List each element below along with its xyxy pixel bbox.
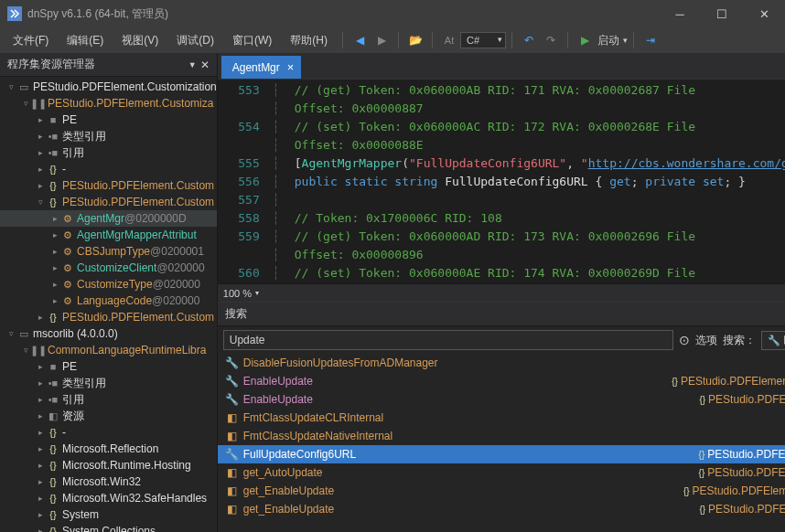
panel-dropdown-icon[interactable]: ▼ [188,60,197,69]
tree-row[interactable]: ▸{}- [0,424,217,441]
menu-item[interactable]: 文件(F) [4,29,58,52]
tree-row[interactable]: ▸•■类型引用 [0,375,217,391]
menu-item[interactable]: 视图(V) [113,29,167,52]
maximize-button[interactable]: ☐ [701,0,743,27]
tree-row[interactable]: ▸⚙AgentMgrMapperAttribut [0,227,217,243]
tree-row[interactable]: ▸•■引用 [0,391,217,408]
code-line[interactable]: [AgentMgrMapper("FullUpdateConfig6URL", … [295,154,785,173]
redo-button[interactable]: ↷ [540,29,562,51]
code-line[interactable] [295,191,785,209]
tree-row[interactable]: ▸•■引用 [0,144,217,161]
code-editor[interactable]: 553554555556557558559560 ┆┆┆┆┆┆┆┆┆┆┆ // … [218,79,785,302]
expander-icon[interactable]: ▿ [5,329,16,338]
forward-button[interactable]: ▶ [371,29,392,51]
code-line[interactable]: // (get) Token: 0x060000AB RID: 171 RVA:… [295,81,785,100]
tree-row[interactable]: ▸⚙AgentMgr @0200000D [0,210,217,227]
assembly-tree[interactable]: ▿▭PEStudio.PDFElement.Customization▿❚❚PE… [0,77,217,532]
tree-row[interactable]: ▿▭PEStudio.PDFElement.Customization [0,79,217,95]
tree-row[interactable]: ▸⚙CBSJumpType @0200001 [0,243,217,260]
tree-row[interactable]: ▸■PE [0,112,217,128]
expander-icon[interactable]: ▸ [35,461,46,470]
tree-row[interactable]: ▸{}System.Collections [0,523,217,532]
tree-row[interactable]: ▿❚❚CommonLanguageRuntimeLibra [0,342,217,358]
expander-icon[interactable]: ▸ [35,444,46,453]
expander-icon[interactable]: ▸ [49,280,60,289]
search-result-row[interactable]: 🔧DisableFusionUpdatesFromADManager{}Syst… [218,354,785,372]
menu-item[interactable]: 编辑(E) [58,29,113,52]
expander-icon[interactable]: ▸ [35,510,46,519]
expander-icon[interactable]: ▿ [5,82,16,91]
expander-icon[interactable]: ▸ [35,428,46,437]
expander-icon[interactable]: ▸ [35,362,46,371]
expander-icon[interactable]: ▸ [35,494,46,503]
tree-row[interactable]: ▿❚❚PEStudio.PDFElement.Customiza [0,95,217,112]
search-results[interactable]: 🔧DisableFusionUpdatesFromADManager{}Syst… [218,354,785,532]
search-result-row[interactable]: ◧get_AutoUpdate{}PEStudio.PDFElement.Cus… [218,463,785,482]
expander-icon[interactable]: ▸ [35,395,46,404]
menu-item[interactable]: 调试(D) [167,29,223,52]
search-result-row[interactable]: ◧FmtClassUpdateCLRInternal{}System.StubH… [218,409,785,427]
tree-row[interactable]: ▸{}Microsoft.Win32.SafeHandles [0,490,217,506]
start-button[interactable]: ▶ [574,29,596,51]
expander-icon[interactable]: ▸ [49,214,60,223]
code-line[interactable]: // (set) Token: 0x060000AE RID: 174 RVA:… [295,264,785,282]
panel-close-icon[interactable]: ✕ [200,59,210,71]
zoom-level[interactable]: 100 % [223,288,252,299]
back-button[interactable]: ◀ [349,29,371,51]
expander-icon[interactable]: ▸ [35,477,46,486]
tree-row[interactable]: ▸{}PEStudio.PDFElement.Custom [0,177,217,194]
tree-row[interactable]: ▿▭mscorlib (4.0.0.0) [0,325,217,342]
code-line[interactable]: public static string FullUpdateConfig6UR… [295,173,785,191]
expander-icon[interactable]: ▸ [35,527,46,532]
options-label[interactable]: 选项 [695,333,717,348]
tree-row[interactable]: ▸⚙CustomizeClient @020000 [0,260,217,276]
menu-item[interactable]: 帮助(H) [281,29,337,52]
tree-row[interactable]: ▸{}- [0,161,217,177]
search-result-row[interactable]: ◧get_EnableUpdate{}PEStudio.PDFElement.C… [218,482,785,500]
search-result-row[interactable]: ◧FmtClassUpdateNativeInternal{}System.St… [218,427,785,445]
minimize-button[interactable]: ─ [659,0,701,27]
tree-row[interactable]: ▸{}Microsoft.Reflection [0,441,217,457]
code-line[interactable]: // (get) Token: 0x060000AD RID: 173 RVA:… [295,228,785,246]
expander-icon[interactable]: ▸ [35,378,46,388]
tree-row[interactable]: ▸{}System [0,506,217,523]
expander-icon[interactable]: ▸ [49,296,60,305]
tree-row[interactable]: ▸•■类型引用 [0,128,217,144]
search-result-row[interactable]: 🔧FullUpdateConfig6URL{}PEStudio.PDFEleme… [218,445,785,463]
tab-agentmgr[interactable]: AgentMgr × [221,56,302,79]
tree-row[interactable]: ▸■PE [0,358,217,375]
expander-icon[interactable]: ▸ [35,132,46,141]
step-button[interactable]: ⇥ [640,29,661,51]
undo-button[interactable]: ↶ [518,29,540,51]
options-icon[interactable]: ⊙ [679,333,690,347]
tree-row[interactable]: ▸◧资源 [0,408,217,424]
expander-icon[interactable]: ▸ [35,165,46,174]
expander-icon[interactable]: ▸ [35,115,46,124]
code-line[interactable]: // Token: 0x1700006C RID: 108 [295,209,785,228]
attribute-icon[interactable]: At [438,29,460,51]
tree-row[interactable]: ▸⚙LanguageCode @020000 [0,293,217,309]
expander-icon[interactable]: ▸ [49,247,60,256]
code-line[interactable]: // (set) Token: 0x060000AC RID: 172 RVA:… [295,118,785,136]
menu-item[interactable]: 窗口(W) [223,29,281,52]
close-button[interactable]: ✕ [743,0,785,27]
search-input[interactable] [223,330,673,350]
tab-close-icon[interactable]: × [287,60,295,74]
expander-icon[interactable]: ▸ [35,181,46,190]
search-result-row[interactable]: 🔧EnableUpdate{}PEStudio.PDFElement.Custo… [218,372,785,390]
expander-icon[interactable]: ▿ [35,197,46,207]
expander-icon[interactable]: ▸ [49,230,60,239]
expander-icon[interactable]: ▸ [49,263,60,272]
search-result-row[interactable]: 🔧EnableUpdate{}PEStudio.PDFElement.Custo… [218,390,785,409]
language-combo[interactable]: C# [460,32,506,48]
expander-icon[interactable]: ▸ [35,313,46,322]
tree-row[interactable]: ▿{}PEStudio.PDFElement.Custom [0,194,217,210]
code-line[interactable]: Offset: 0x00000887 [295,100,785,118]
tree-row[interactable]: ▸{}Microsoft.Runtime.Hosting [0,457,217,473]
open-button[interactable]: 📂 [404,29,426,51]
tree-row[interactable]: ▸{}PEStudio.PDFElement.Custom [0,309,217,325]
tree-row[interactable]: ▸⚙CustomizeType @020000 [0,276,217,293]
code-line[interactable]: Offset: 0x00000896 [295,246,785,264]
expander-icon[interactable]: ▸ [35,148,46,157]
tree-row[interactable]: ▸{}Microsoft.Win32 [0,473,217,490]
